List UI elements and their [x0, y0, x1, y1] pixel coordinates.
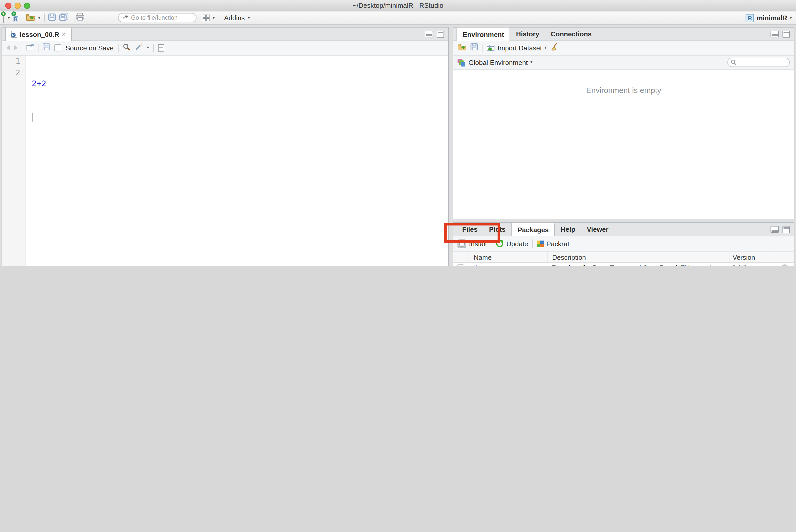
toolbar-separator [72, 14, 72, 22]
environment-pane: Environment History Connections Import D… [453, 27, 794, 219]
new-project-icon[interactable]: R+ [14, 13, 18, 23]
package-version: 0.2.0 [729, 262, 775, 266]
load-workspace-icon[interactable] [458, 43, 466, 53]
maximize-pane-icon[interactable] [782, 31, 790, 38]
toolbar-separator [22, 43, 22, 52]
import-table-icon [487, 44, 495, 51]
packages-toolbar: ↓ Install Update Packrat [453, 236, 794, 252]
environment-scope-selector[interactable]: Global Environment ▾ [468, 58, 532, 66]
packages-tabstrip: Files Plots Packages Help Viewer [453, 223, 794, 236]
checkbox-column-header [453, 252, 468, 262]
tab-connections[interactable]: Connections [545, 27, 597, 40]
environment-tabstrip: Environment History Connections [453, 27, 794, 41]
rstudio-window: ~/Desktop/minimalR - RStudio + ▾ R+ ▾ [0, 0, 796, 266]
code-tools-caret-icon[interactable]: ▾ [147, 45, 149, 51]
main-toolbar: + ▾ R+ ▾ [0, 12, 796, 25]
remove-package-icon[interactable]: × [781, 264, 788, 266]
package-name-link[interactable]: rlang [473, 264, 488, 266]
editor-tab-lesson00[interactable]: R lesson_00.R × [5, 27, 72, 41]
back-icon[interactable] [6, 45, 10, 51]
packrat-icon [537, 240, 544, 247]
project-name-label: minimalR [757, 14, 787, 22]
annotation-highlight-rectangle [444, 223, 500, 243]
toolbar-separator [44, 14, 44, 22]
maximize-pane-icon[interactable] [782, 226, 790, 233]
pane-layout-caret-icon[interactable]: ▾ [212, 15, 215, 20]
project-caret-icon: ▾ [790, 15, 792, 20]
title-bar: ~/Desktop/minimalR - RStudio [0, 0, 796, 12]
open-file-icon[interactable] [26, 13, 35, 23]
environment-search[interactable] [727, 58, 790, 67]
r-file-icon: R [12, 31, 17, 38]
open-file-caret-icon[interactable]: ▾ [38, 15, 40, 20]
addins-caret-icon[interactable]: ▾ [248, 15, 250, 20]
import-dataset-button[interactable]: Import Dataset ▾ [487, 44, 547, 52]
packrat-button[interactable]: Packrat [537, 240, 569, 248]
package-description: Functions for Base Types and Core R and … [548, 262, 729, 266]
project-menu-button[interactable]: R minimalR ▾ [746, 12, 792, 24]
find-replace-icon[interactable] [123, 43, 130, 53]
editor-tab-label: lesson_00.R [20, 31, 59, 38]
project-r-cube-icon: R [746, 14, 754, 22]
minimize-pane-icon[interactable] [425, 31, 433, 37]
goto-file-input[interactable] [131, 15, 192, 21]
import-caret-icon: ▾ [544, 45, 547, 51]
editor-cursor [32, 113, 33, 121]
addins-button[interactable]: Addins [224, 14, 245, 22]
tab-environment[interactable]: Environment [457, 27, 510, 41]
save-all-icon[interactable] [59, 13, 68, 23]
line-number: 1 [2, 56, 25, 67]
editor-gutter: 1 2 [2, 56, 26, 266]
source-on-save-label: Source on Save [66, 44, 114, 52]
print-icon[interactable] [76, 13, 84, 23]
update-button[interactable]: Update [496, 240, 528, 248]
environment-toolbar: Import Dataset ▾ [453, 40, 794, 56]
pane-layout-icon[interactable] [203, 15, 209, 21]
actions-column-header [775, 252, 794, 262]
minimize-pane-icon[interactable] [771, 226, 779, 233]
tab-viewer[interactable]: Viewer [581, 223, 614, 236]
packages-pane-buttons [771, 226, 790, 233]
forward-icon[interactable] [14, 45, 18, 51]
clear-objects-broom-icon[interactable] [551, 43, 559, 53]
save-workspace-icon[interactable] [470, 43, 478, 53]
source-on-save-checkbox[interactable] [54, 44, 61, 52]
description-column-header[interactable]: Description [548, 252, 729, 262]
environment-search-input[interactable] [738, 59, 786, 66]
goto-file-search[interactable] [118, 13, 197, 22]
code-editor[interactable]: 1 2 2+2 [2, 56, 448, 266]
toolbar-separator [22, 14, 22, 22]
version-column-header[interactable]: Version [729, 252, 775, 262]
new-file-caret-icon[interactable]: ▾ [8, 15, 10, 20]
code-tools-wand-icon[interactable] [134, 43, 143, 53]
code-lines: 2+2 [32, 56, 448, 146]
line-number: 2 [2, 67, 25, 78]
addins-group: ▾ Addins ▾ [203, 12, 250, 24]
package-row-rlang[interactable]: rlang Functions for Base Types and Core … [453, 262, 794, 266]
global-environment-icon [458, 58, 465, 66]
environment-empty-message: Environment is empty [453, 86, 794, 95]
tab-history[interactable]: History [510, 27, 545, 40]
editor-tabstrip: R lesson_00.R × [2, 27, 448, 41]
name-column-header[interactable]: Name [468, 252, 548, 262]
save-file-icon[interactable] [43, 43, 50, 53]
save-icon[interactable] [48, 13, 55, 23]
maximize-pane-icon[interactable] [437, 31, 444, 38]
new-file-icon[interactable]: + [3, 13, 4, 23]
files-plots-packages-pane: Files Plots Packages Help Viewer ↓ Insta… [453, 222, 794, 266]
packages-table-header: Name Description Version [453, 252, 794, 263]
compile-report-icon[interactable] [158, 44, 164, 52]
source-editor-pane: R lesson_00.R × Source on Save [2, 27, 449, 266]
package-loaded-checkbox[interactable] [457, 264, 464, 266]
popout-window-icon[interactable] [26, 43, 34, 53]
code-line: 2+2 [32, 78, 448, 90]
environment-pane-buttons [771, 31, 790, 38]
minimize-pane-icon[interactable] [771, 31, 779, 37]
toolbar-separator [532, 239, 533, 248]
close-tab-icon[interactable]: × [62, 31, 66, 38]
tab-help[interactable]: Help [555, 223, 581, 236]
tab-packages[interactable]: Packages [511, 223, 555, 236]
environment-scope-bar: Global Environment ▾ [453, 56, 794, 70]
editor-toolbar: Source on Save ▾ [2, 40, 448, 56]
goto-arrow-icon [122, 13, 128, 22]
